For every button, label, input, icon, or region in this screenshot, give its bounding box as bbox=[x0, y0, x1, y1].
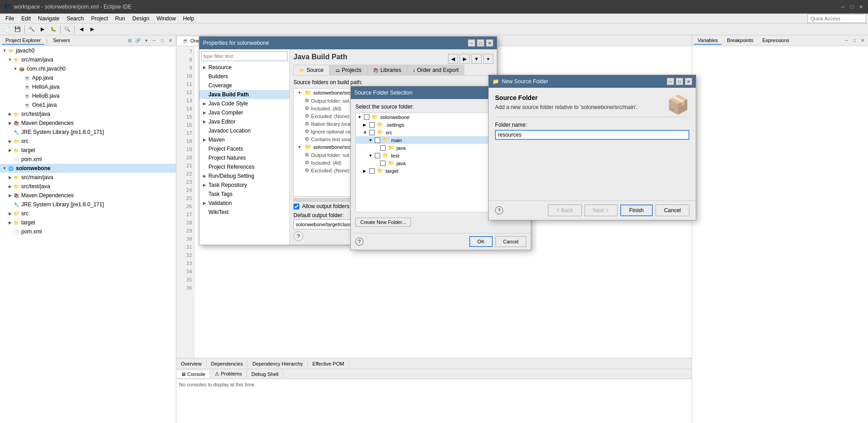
bp-nav-menu[interactable]: ▾ bbox=[483, 54, 493, 64]
quick-access-input[interactable] bbox=[807, 14, 866, 23]
tree-item-maven-deps[interactable]: ▶ 📚 Maven Dependencies bbox=[0, 119, 176, 128]
bp-help-button[interactable]: ? bbox=[293, 231, 303, 241]
menu-run[interactable]: Run bbox=[112, 14, 129, 23]
menu-navigate[interactable]: Navigate bbox=[34, 14, 63, 23]
prop-item-task-repo[interactable]: ▶ Task Repository bbox=[199, 181, 289, 190]
bottom-tab-console[interactable]: 🖥 Console bbox=[176, 371, 210, 378]
tree-item-solon-src[interactable]: ▶ 📁 src bbox=[0, 209, 176, 218]
nsf-next-btn[interactable]: Next > bbox=[585, 204, 618, 216]
tree-item-app-java[interactable]: ☕ App.java bbox=[0, 73, 176, 82]
prop-item-coverage[interactable]: Coverage bbox=[199, 81, 289, 90]
prop-item-project-references[interactable]: Project References bbox=[199, 162, 289, 171]
tree-item-solon-maven[interactable]: ▶ 📚 Maven Dependencies bbox=[0, 191, 176, 200]
nsf-minimize-btn[interactable]: ─ bbox=[667, 78, 674, 85]
tree-item-src[interactable]: ▶ 📁 src bbox=[0, 137, 176, 146]
toolbar-debug[interactable]: 🐛 bbox=[48, 24, 58, 34]
toolbar-run[interactable]: ▶ bbox=[38, 24, 47, 34]
vars-close-icon[interactable]: ✕ bbox=[859, 37, 866, 44]
prop-item-java-editor[interactable]: ▶ Java Editor bbox=[199, 117, 289, 126]
maximize-button[interactable]: □ bbox=[848, 3, 855, 10]
sfs-checkbox[interactable] bbox=[375, 138, 380, 143]
close-button[interactable]: ✕ bbox=[857, 3, 864, 10]
pom-tab-effective[interactable]: Effective POM bbox=[308, 360, 349, 367]
pom-tab-dep-hierarchy[interactable]: Dependency Hierarchy bbox=[248, 360, 308, 367]
toolbar-back[interactable]: ◀ bbox=[76, 24, 86, 34]
sfs-checkbox[interactable] bbox=[380, 161, 386, 166]
bp-tab-source[interactable]: 📁 Source bbox=[293, 65, 330, 75]
sfs-checkbox[interactable] bbox=[380, 145, 386, 151]
properties-close-btn[interactable]: ✕ bbox=[486, 39, 493, 47]
prop-item-run-debug[interactable]: ▶ Run/Debug Setting bbox=[199, 171, 289, 181]
sfs-help-btn[interactable]: ? bbox=[355, 238, 363, 246]
pom-tab-overview[interactable]: Overview bbox=[176, 360, 207, 367]
tree-item-jre[interactable]: 🔧 JRE System Library [jre1.8.0_171] bbox=[0, 128, 176, 137]
nsf-finish-btn[interactable]: Finish bbox=[620, 204, 653, 216]
prop-item-maven[interactable]: ▶ Maven bbox=[199, 135, 289, 144]
toolbar-forward[interactable]: ▶ bbox=[87, 24, 97, 34]
bp-tab-libraries[interactable]: 📚 Libraries bbox=[367, 65, 407, 75]
tab-project-explorer[interactable]: Project Explorer bbox=[2, 37, 44, 45]
minimize-button[interactable]: ─ bbox=[839, 3, 846, 10]
sfs-checkbox[interactable] bbox=[375, 153, 380, 158]
prop-item-wikitext[interactable]: WikiText bbox=[199, 208, 289, 217]
menu-file[interactable]: File bbox=[2, 14, 18, 23]
nsf-back-btn[interactable]: < Back bbox=[548, 204, 582, 216]
menu-project[interactable]: Project bbox=[87, 14, 111, 23]
tab-servers[interactable]: Servers bbox=[49, 37, 74, 45]
link-with-editor-icon[interactable]: 🔗 bbox=[134, 37, 142, 44]
tree-item-helloa[interactable]: ☕ HelloA.java bbox=[0, 82, 176, 91]
pom-tab-dependencies[interactable]: Dependencies bbox=[207, 360, 248, 367]
tree-item-one1[interactable]: ☕ One1.java bbox=[0, 100, 176, 109]
nsf-maximize-btn[interactable]: □ bbox=[676, 78, 683, 85]
tree-item-src-main-java[interactable]: ▼ 📁 src/main/java bbox=[0, 55, 176, 64]
tree-item-solon-target[interactable]: ▶ 📁 target bbox=[0, 218, 176, 227]
toolbar-new[interactable]: 📄 bbox=[2, 24, 12, 34]
sfs-ok-btn[interactable]: OK bbox=[469, 236, 493, 247]
tree-item-package[interactable]: ▼ 📦 com.chl.javach0 bbox=[0, 64, 176, 73]
nsf-folder-name-input[interactable] bbox=[495, 130, 689, 140]
sfs-create-folder-btn[interactable]: Create New Folder... bbox=[355, 218, 411, 227]
sfs-checkbox[interactable] bbox=[364, 114, 369, 120]
prop-item-project-facets[interactable]: Project Facets bbox=[199, 144, 289, 153]
toolbar-build[interactable]: 🔨 bbox=[27, 24, 37, 34]
prop-item-builders[interactable]: Builders bbox=[199, 72, 289, 81]
menu-search[interactable]: Search bbox=[63, 14, 87, 23]
vars-maximize-icon[interactable]: □ bbox=[851, 37, 858, 44]
menu-window[interactable]: Window bbox=[153, 14, 179, 23]
sfs-cancel-btn[interactable]: Cancel bbox=[495, 236, 526, 247]
vars-minimize-icon[interactable]: ─ bbox=[843, 37, 850, 44]
menu-help[interactable]: Help bbox=[179, 14, 198, 23]
bp-tab-order-export[interactable]: ↕ Order and Export bbox=[407, 65, 464, 75]
properties-filter-input[interactable] bbox=[201, 51, 288, 61]
sfs-checkbox[interactable] bbox=[369, 130, 375, 135]
toolbar-search[interactable]: 🔍 bbox=[62, 24, 72, 34]
tab-breakpoints[interactable]: Breakpoints bbox=[723, 37, 757, 45]
minimize-panel-icon[interactable]: ─ bbox=[151, 37, 158, 44]
menu-design[interactable]: Design bbox=[129, 14, 153, 23]
tree-item-solonwebone[interactable]: ▼ 🌐 solonwebone bbox=[0, 164, 176, 173]
prop-item-javadoc[interactable]: Javadoc Location bbox=[199, 126, 289, 135]
tree-item-solon-src-test[interactable]: ▶ 📁 src/test/java bbox=[0, 182, 176, 191]
prop-item-task-tags[interactable]: Task Tags bbox=[199, 190, 289, 199]
view-menu-icon[interactable]: ▾ bbox=[142, 37, 150, 44]
tab-variables[interactable]: Variables bbox=[694, 37, 722, 45]
bottom-tab-problems[interactable]: ⚠ Problems bbox=[210, 370, 247, 378]
prop-item-java-compiler[interactable]: ▶ Java Compiler bbox=[199, 108, 289, 117]
collapse-all-icon[interactable]: ⊟ bbox=[126, 37, 133, 44]
tree-item-src-test-java[interactable]: ▶ 📁 src/test/java bbox=[0, 109, 176, 119]
sfs-checkbox[interactable] bbox=[369, 122, 375, 128]
close-panel-icon[interactable]: ✕ bbox=[167, 37, 174, 44]
nsf-close-btn[interactable]: ✕ bbox=[685, 78, 692, 85]
toolbar-save[interactable]: 💾 bbox=[13, 24, 23, 34]
nsf-cancel-btn[interactable]: Cancel bbox=[656, 204, 689, 216]
prop-item-java-code-style[interactable]: ▶ Java Code Style bbox=[199, 99, 289, 108]
prop-item-project-natures[interactable]: Project Natures bbox=[199, 153, 289, 162]
properties-maximize-btn[interactable]: □ bbox=[477, 39, 484, 47]
tree-item-javach0[interactable]: ▼ 📁 javach0 bbox=[0, 46, 176, 55]
nsf-help-btn[interactable]: ? bbox=[495, 206, 503, 214]
bp-tab-projects[interactable]: 🗂 Projects bbox=[330, 65, 367, 75]
tree-item-solon-jre[interactable]: 🔧 JRE System Library [jre1.8.0_171] bbox=[0, 200, 176, 209]
bottom-tab-debug-shell[interactable]: Debug Shell bbox=[247, 371, 283, 378]
bp-nav-down[interactable]: ▼ bbox=[472, 54, 481, 64]
properties-minimize-btn[interactable]: ─ bbox=[468, 39, 475, 47]
